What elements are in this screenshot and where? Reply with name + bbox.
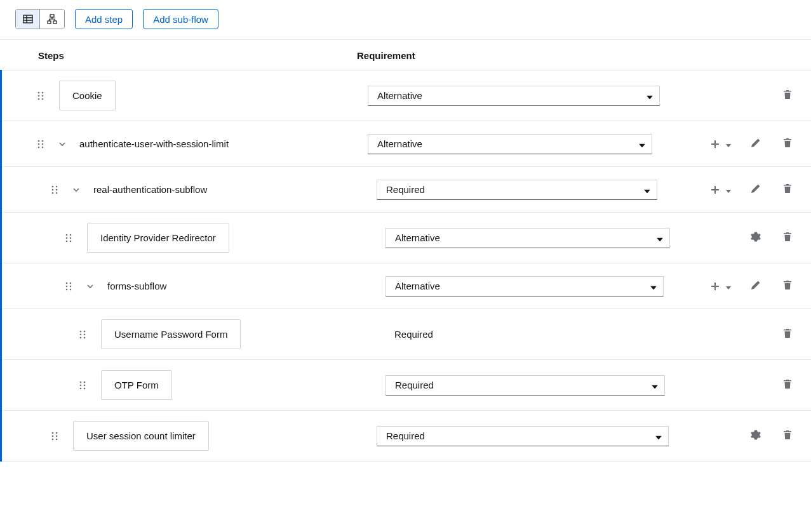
requirement-value: Alternative: [377, 90, 422, 101]
settings-button[interactable]: [749, 429, 763, 443]
add-dropdown[interactable]: [708, 183, 731, 197]
trash-icon: [782, 430, 793, 442]
step-box[interactable]: OTP Form: [101, 370, 172, 400]
edit-button[interactable]: [749, 279, 763, 293]
drag-handle-icon[interactable]: [64, 232, 73, 244]
requirement-select[interactable]: Alternative: [385, 228, 670, 248]
pencil-icon: [751, 138, 761, 150]
svg-point-41: [66, 285, 68, 287]
svg-rect-24: [711, 143, 719, 145]
requirement-select[interactable]: Required: [377, 180, 657, 200]
caret-down-icon: [657, 232, 663, 243]
delete-button[interactable]: [781, 137, 794, 151]
pencil-icon: [751, 280, 761, 292]
svg-point-16: [42, 98, 44, 100]
add-subflow-button[interactable]: Add sub-flow: [143, 9, 218, 29]
delete-button[interactable]: [781, 328, 794, 342]
step-box[interactable]: User session count limiter: [73, 421, 209, 451]
add-dropdown[interactable]: [708, 279, 731, 293]
chevron-down-icon[interactable]: [84, 281, 96, 292]
trash-icon: [782, 138, 793, 150]
drag-handle-icon[interactable]: [36, 138, 45, 150]
settings-button[interactable]: [749, 231, 763, 245]
caret-down-icon: [650, 281, 657, 291]
svg-rect-46: [711, 286, 719, 287]
svg-point-33: [66, 234, 68, 236]
subflow-label: forms-subflow: [107, 281, 166, 291]
svg-point-61: [52, 435, 54, 437]
delete-button[interactable]: [781, 183, 794, 197]
flow-row: real-authentication-subflowRequired: [2, 166, 811, 212]
trash-icon: [782, 328, 793, 340]
delete-button[interactable]: [781, 89, 794, 103]
requirement-select[interactable]: Alternative: [368, 134, 652, 154]
drag-handle-icon[interactable]: [78, 328, 87, 341]
svg-point-42: [70, 285, 72, 287]
svg-point-50: [84, 333, 86, 335]
caret-down-icon: [726, 139, 731, 149]
flow-row: User session count limiterRequired: [2, 410, 811, 462]
plus-icon: [708, 183, 722, 197]
row-actions: [676, 328, 811, 342]
flow-row: CookieAlternative: [2, 70, 811, 121]
svg-point-57: [80, 387, 82, 389]
svg-point-29: [52, 192, 54, 194]
edit-button[interactable]: [749, 183, 763, 197]
svg-point-44: [70, 288, 72, 290]
row-actions: [676, 89, 811, 103]
caret-down-icon: [652, 380, 658, 390]
add-dropdown[interactable]: [708, 137, 731, 151]
svg-point-21: [38, 146, 40, 148]
svg-point-18: [42, 140, 44, 142]
trash-icon: [782, 183, 793, 196]
delete-button[interactable]: [781, 279, 794, 293]
svg-point-51: [80, 336, 82, 338]
delete-button[interactable]: [781, 429, 794, 443]
drag-handle-icon[interactable]: [50, 183, 59, 196]
step-box[interactable]: Username Password Form: [101, 319, 241, 349]
header-requirement: Requirement: [357, 50, 811, 61]
svg-point-27: [52, 189, 54, 190]
step-box[interactable]: Cookie: [59, 81, 116, 110]
toolbar: Add step Add sub-flow: [0, 0, 811, 40]
delete-button[interactable]: [781, 231, 794, 245]
table-view-toggle[interactable]: [16, 10, 40, 29]
drag-handle-icon[interactable]: [50, 430, 59, 442]
drag-handle-icon[interactable]: [64, 280, 73, 293]
requirement-value: Alternative: [395, 281, 440, 291]
row-actions: [676, 378, 811, 392]
edit-button[interactable]: [749, 137, 763, 151]
diagram-view-toggle[interactable]: [40, 10, 64, 29]
drag-handle-icon[interactable]: [36, 90, 45, 102]
add-step-button[interactable]: Add step: [75, 9, 133, 29]
svg-point-13: [38, 95, 40, 96]
svg-point-17: [38, 140, 40, 142]
chevron-down-icon[interactable]: [57, 138, 68, 150]
svg-point-11: [38, 91, 40, 93]
requirement-select[interactable]: Alternative: [385, 276, 664, 296]
svg-point-36: [70, 237, 72, 239]
diagram-icon: [47, 14, 57, 24]
svg-point-34: [70, 234, 72, 236]
step-box[interactable]: Identity Provider Redirector: [87, 223, 229, 253]
requirement-select[interactable]: Alternative: [368, 86, 660, 106]
requirement-select[interactable]: Required: [377, 426, 669, 446]
svg-rect-6: [53, 21, 57, 23]
table-header: Steps Requirement: [0, 40, 811, 70]
chevron-down-icon[interactable]: [70, 184, 82, 196]
delete-button[interactable]: [781, 378, 794, 392]
svg-point-12: [42, 91, 44, 93]
row-actions: [676, 279, 811, 293]
requirement-select[interactable]: Required: [385, 375, 665, 396]
flow-row: authenticate-user-with-session-limitAlte…: [2, 121, 811, 166]
drag-handle-icon[interactable]: [78, 379, 87, 392]
requirement-value: Required: [395, 380, 434, 390]
svg-point-14: [42, 95, 44, 96]
svg-point-48: [84, 330, 86, 332]
gear-icon: [751, 430, 761, 442]
plus-icon: [708, 279, 722, 293]
svg-point-38: [70, 240, 72, 242]
svg-point-30: [56, 192, 58, 194]
svg-point-25: [52, 185, 54, 187]
row-actions: [676, 231, 811, 245]
